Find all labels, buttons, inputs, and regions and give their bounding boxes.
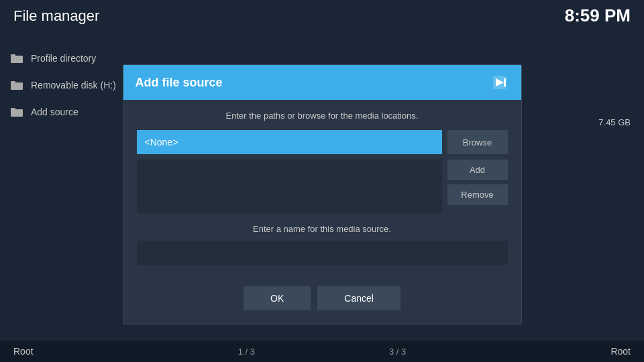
- add-button[interactable]: Add: [447, 160, 508, 180]
- path-action-buttons: Add Remove: [447, 160, 508, 213]
- name-instruction: Enter a name for this media source.: [137, 224, 508, 234]
- dialog-body: Enter the paths or browse for the media …: [123, 100, 521, 286]
- bottom-bar: Root 1 / 3 3 / 3 Root: [0, 341, 644, 362]
- paths-area: Add Remove: [137, 160, 508, 213]
- clock: 8:59 PM: [565, 5, 631, 26]
- add-file-source-dialog: Add file source Enter the paths or brows…: [123, 64, 522, 324]
- bottom-center: 1 / 3 3 / 3: [238, 347, 407, 357]
- dialog-overlay: Add file source Enter the paths or brows…: [0, 27, 644, 362]
- ok-button[interactable]: OK: [244, 286, 311, 310]
- paths-instruction: Enter the paths or browse for the media …: [137, 111, 508, 121]
- page-indicator-left: 1 / 3: [238, 347, 255, 357]
- dialog-header: Add file source: [123, 65, 521, 100]
- dialog-title: Add file source: [136, 76, 223, 90]
- bottom-left-root: Root: [13, 346, 34, 357]
- name-input[interactable]: [137, 241, 508, 265]
- app-title: File manager: [13, 7, 99, 25]
- remove-button[interactable]: Remove: [447, 184, 508, 205]
- svg-rect-8: [504, 78, 506, 86]
- path-input-row: Browse: [137, 130, 508, 154]
- dialog-footer: OK Cancel: [123, 286, 521, 324]
- browse-button[interactable]: Browse: [447, 130, 508, 154]
- path-input[interactable]: [137, 130, 442, 154]
- paths-list[interactable]: [137, 160, 442, 213]
- bottom-right-root: Root: [610, 346, 631, 357]
- kodi-logo-icon: [490, 73, 509, 92]
- cancel-button[interactable]: Cancel: [317, 286, 400, 310]
- page-indicator-right: 3 / 3: [389, 347, 406, 357]
